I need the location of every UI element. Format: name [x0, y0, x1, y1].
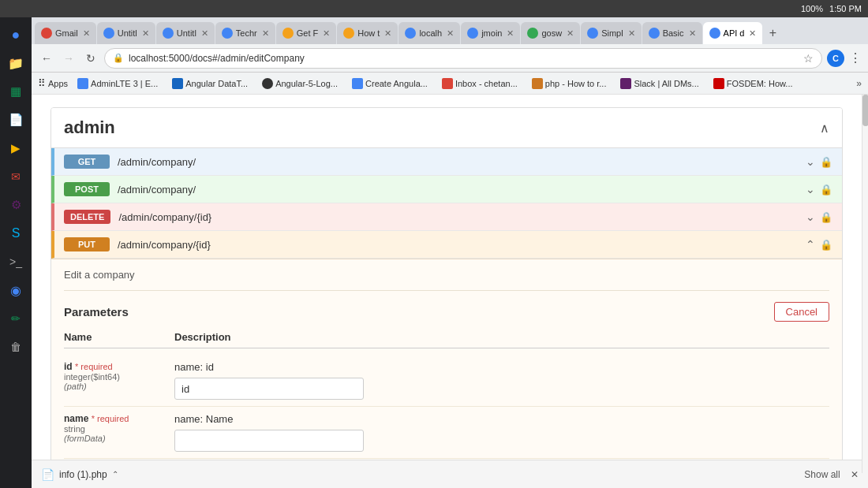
bookmark-angulardata[interactable]: Angular DataT... [167, 76, 253, 91]
tab-close-6[interactable]: ✕ [447, 28, 454, 39]
bm-label-create-angular: Create Angula... [365, 79, 428, 88]
bm-label-adminlte: AdminLTE 3 | E... [91, 79, 158, 88]
chrome-icon[interactable]: ● [3, 22, 28, 47]
address-bar[interactable]: 🔒 localhost:5000/docs#/admin/editCompany… [104, 48, 822, 69]
param-id-input[interactable] [174, 378, 364, 400]
api-title: admin [64, 117, 115, 138]
tab-label-gmail: Gmail [55, 28, 78, 38]
endpoint-actions-put: ⌃ 🔒 [806, 238, 832, 251]
bookmark-angular5[interactable]: Angular-5-Log... [257, 76, 342, 91]
draw-icon[interactable]: ✏ [3, 306, 28, 331]
endpoint-row-delete[interactable]: DELETE /admin/company/{id} ⌄ 🔒 [51, 203, 842, 231]
bm-favicon-angular5 [262, 78, 273, 89]
params-title: Parameters [64, 305, 129, 319]
docs-icon[interactable]: 📄 [3, 107, 28, 132]
tab-untitl1[interactable]: Untitl ✕ [97, 22, 155, 44]
bookmark-star-icon[interactable]: ☆ [803, 52, 814, 65]
tab-favicon-4 [282, 28, 294, 39]
chevron-up-icon-put[interactable]: ⌃ [806, 238, 815, 251]
forward-button[interactable]: → [60, 50, 77, 67]
param-name-name: name * required [64, 413, 174, 424]
menu-button[interactable]: ⋮ [849, 50, 862, 65]
gmail-icon[interactable]: ✉ [3, 164, 28, 189]
bookmark-slack[interactable]: Slack | All DMs... [615, 76, 703, 91]
tab-label-2: Untitl [177, 28, 196, 38]
cancel-button[interactable]: Cancel [774, 302, 829, 322]
terminal-icon[interactable]: >_ [3, 249, 28, 274]
lock-icon-post: 🔒 [820, 184, 832, 196]
tab-techr[interactable]: Techr ✕ [215, 22, 275, 44]
show-all-button[interactable]: Show all [799, 468, 844, 482]
new-tab-button[interactable]: + [763, 24, 782, 43]
tab-label-3: Techr [236, 28, 257, 38]
tab-close-3[interactable]: ✕ [262, 28, 269, 39]
bm-label-fosdem: FOSDEM: How... [727, 79, 793, 88]
reload-button[interactable]: ↻ [82, 50, 99, 67]
battery-indicator: 100% [801, 4, 823, 13]
slack-icon[interactable]: ⚙ [3, 192, 28, 218]
chrome-app-icon[interactable]: ◉ [3, 278, 28, 303]
param-name-input[interactable] [174, 430, 364, 452]
bookmark-create-angular[interactable]: Create Angula... [347, 76, 432, 91]
tab-getf[interactable]: Get F ✕ [276, 22, 337, 44]
endpoint-row-put[interactable]: PUT /admin/company/{id} ⌃ 🔒 [51, 231, 842, 259]
tab-close-5[interactable]: ✕ [384, 28, 391, 39]
tab-howt[interactable]: How t ✕ [337, 22, 398, 44]
tab-gosw[interactable]: gosw ✕ [521, 22, 580, 44]
bookmark-php[interactable]: php - How to r... [527, 76, 612, 91]
bookmarks-more[interactable]: » [856, 78, 862, 89]
col-header-description: Description [174, 331, 829, 343]
sheets-icon[interactable]: ▦ [3, 79, 28, 104]
tab-localh[interactable]: localh ✕ [398, 22, 460, 44]
chevron-down-icon-post[interactable]: ⌄ [806, 183, 815, 196]
apps-button[interactable]: ⠿ Apps [38, 77, 68, 89]
back-button[interactable]: ← [38, 50, 55, 67]
download-chevron-icon[interactable]: ⌃ [112, 470, 118, 479]
skype-icon[interactable]: S [3, 221, 28, 246]
download-filename: info (1).php [59, 469, 107, 480]
slides-icon[interactable]: ▶ [3, 136, 28, 161]
endpoint-actions-post: ⌄ 🔒 [806, 183, 832, 196]
endpoint-row-post[interactable]: POST /admin/company/ ⌄ 🔒 [51, 176, 842, 203]
tab-close-4[interactable]: ✕ [323, 28, 330, 39]
bm-label-slack: Slack | All DMs... [634, 79, 698, 88]
files-icon[interactable]: 📁 [3, 50, 28, 76]
tab-close-10[interactable]: ✕ [689, 28, 696, 39]
tab-favicon-9 [587, 28, 598, 39]
tab-api-docs[interactable]: API d ✕ [703, 22, 763, 44]
tab-close-7[interactable]: ✕ [507, 28, 514, 39]
tab-close-gmail[interactable]: ✕ [83, 28, 90, 39]
tab-favicon-2 [163, 28, 174, 39]
param-name-id: id * required [64, 361, 174, 372]
tab-favicon-8 [527, 28, 538, 39]
trash-icon[interactable]: 🗑 [3, 334, 28, 359]
tab-untitl2[interactable]: Untitl ✕ [156, 22, 215, 44]
param-desc-col-name: name: Name [174, 413, 829, 452]
params-header: Parameters Cancel [64, 302, 829, 322]
tab-close-2[interactable]: ✕ [201, 28, 208, 39]
tab-bar: Gmail ✕ Untitl ✕ Untitl ✕ Techr ✕ Get F … [32, 17, 868, 44]
api-collapse-button[interactable]: ∧ [820, 121, 829, 136]
tab-basic[interactable]: Basic ✕ [642, 22, 702, 44]
tab-close-9[interactable]: ✕ [628, 28, 635, 39]
download-file-icon: 📄 [41, 468, 54, 481]
tab-jmoin[interactable]: jmoin ✕ [461, 22, 520, 44]
tab-favicon-11 [709, 28, 720, 39]
tab-close-1[interactable]: ✕ [142, 28, 149, 39]
endpoint-row-get[interactable]: GET /admin/company/ ⌄ 🔒 [51, 148, 842, 176]
tab-simpl[interactable]: Simpl ✕ [581, 22, 642, 44]
profile-button[interactable]: C [827, 50, 844, 67]
chevron-down-icon-delete[interactable]: ⌄ [806, 210, 815, 223]
put-description: Edit a company [64, 269, 829, 291]
param-id-required: * required [75, 362, 113, 371]
tab-gmail[interactable]: Gmail ✕ [35, 22, 96, 44]
tab-close-11[interactable]: ✕ [749, 28, 756, 39]
param-desc-col-id: name: id [174, 361, 829, 400]
bookmark-fosdem[interactable]: FOSDEM: How... [709, 76, 798, 91]
download-bar-close-icon[interactable]: ✕ [851, 469, 859, 480]
tab-close-8[interactable]: ✕ [567, 28, 574, 39]
tab-label-11: API d [724, 28, 745, 38]
chevron-down-icon-get[interactable]: ⌄ [806, 155, 815, 168]
bookmark-adminlte[interactable]: AdminLTE 3 | E... [73, 76, 163, 91]
bookmark-inbox[interactable]: Inbox - chetan... [437, 76, 522, 91]
